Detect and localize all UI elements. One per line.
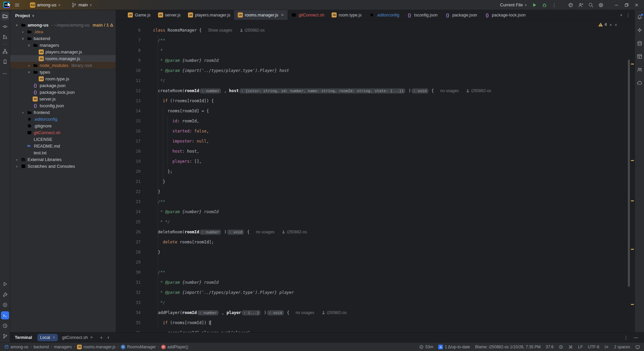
breadcrumb-item-backend[interactable]: backend (34, 345, 49, 349)
tool-button-more-horiz[interactable]: … (1, 68, 9, 76)
status-widget-1[interactable]: Δ1 Δ/up-to-date (438, 345, 470, 349)
usages-hint[interactable]: no usages (256, 230, 274, 234)
tool-button-structure[interactable] (1, 47, 9, 55)
terminal-tab-gitconnect.sh[interactable]: gitConnect.sh✕ (59, 334, 96, 341)
author-hint[interactable]: i250882-os (281, 230, 307, 234)
terminal-tab-local[interactable]: Local✕ (37, 334, 58, 341)
project-widget[interactable]: AU among-us ∨ (28, 1, 63, 9)
editor-scrollbar[interactable] (628, 60, 630, 287)
editor-tab-rooms.manager.js[interactable]: JSrooms.manager.js✕ (234, 10, 288, 20)
breadcrumb-item-rooms.manager.js[interactable]: JSrooms.manager.js (77, 345, 115, 349)
status-widget-pencil-off[interactable] (568, 345, 573, 349)
code-line-22[interactable]: 22 } (116, 187, 635, 197)
code-line-25[interactable]: 25 * */ (116, 217, 635, 227)
code-line-35[interactable]: 35 if (rooms[roomId]) { (116, 318, 635, 328)
prev-warning-button[interactable]: ∧ (609, 23, 612, 27)
tab-list-chevron-icon[interactable]: ∨ (620, 13, 622, 17)
code-line-23[interactable]: 23 /** (116, 197, 635, 207)
tool-button-notifications[interactable] (636, 13, 643, 21)
vcs-widget[interactable]: main ∨ (69, 1, 94, 9)
tree-item-readme.md[interactable]: M↓README.md (10, 143, 116, 149)
author-hint[interactable]: i250882-os (239, 28, 265, 33)
editor-tab-tsconfig.json[interactable]: {}tsconfig.json (403, 10, 441, 20)
chevron-right-icon[interactable]: › (14, 164, 20, 169)
chevron-down-icon[interactable]: ∨ (14, 23, 20, 27)
run-button[interactable] (530, 1, 539, 9)
editor-tab-package.json[interactable]: {}package.json (441, 10, 481, 20)
code-line-20[interactable]: 20 }; (116, 166, 635, 177)
tool-button-database[interactable] (636, 40, 643, 47)
status-widget-53m[interactable]: 53m (419, 345, 433, 349)
code-line-26[interactable]: 26 deleteRoom(roomId: number ): void {no… (116, 227, 635, 237)
tool-button-run-tool[interactable] (1, 280, 9, 288)
code-line-7[interactable]: 7 /** (116, 35, 635, 45)
tree-item-types[interactable]: ∨types (10, 69, 116, 75)
tree-item-node-modules[interactable]: ›node_moduleslibrary root (10, 62, 116, 69)
editor-tab-gitconnect.sh[interactable]: gitConnect.sh (288, 10, 328, 20)
tool-button-commit[interactable] (1, 23, 9, 31)
code-line-12[interactable]: 12 createRoom(roomId: number , host: {co… (116, 86, 635, 96)
editor-tab-room.type.js[interactable]: JSroom.type.js (328, 10, 365, 20)
inspections-widget[interactable]: 4 ∧ ∨ (598, 22, 617, 27)
code-line-10[interactable]: 10 * @param {import('../types/player.typ… (116, 66, 635, 76)
run-config-selector[interactable]: Current File ∨ (498, 1, 529, 9)
breadcrumb-item-roomsmanager[interactable]: CRoomsManager (121, 345, 156, 349)
tool-button-bookmarks[interactable] (1, 58, 9, 66)
tree-item-license[interactable]: LICENSE (10, 136, 116, 143)
code-line-9[interactable]: 9 * @param {number} roomId (116, 55, 635, 66)
code-line-21[interactable]: 21 } (116, 177, 635, 187)
code-line-36[interactable]: 36 rooms[roomId].players.push(player); (116, 328, 635, 332)
search-everywhere-button[interactable] (586, 1, 596, 9)
tool-button-cloud[interactable] (636, 79, 643, 86)
chevron-down-icon[interactable]: ∨ (26, 70, 32, 74)
status-widget-utf8[interactable]: UTF-8 (588, 345, 599, 349)
usages-hint[interactable]: no usages (440, 88, 459, 93)
tree-item-.gitignore[interactable]: .gitignore (10, 122, 116, 129)
tree-item-among-us[interactable]: ∨among-us- ~/repos/among-usmain / 1 Δ (10, 22, 116, 28)
code-with-me-button[interactable] (576, 1, 585, 9)
settings-button[interactable] (596, 1, 606, 9)
code-line-29[interactable]: 29 (116, 257, 635, 267)
tool-button-profiler-tool[interactable] (1, 301, 9, 309)
more-actions-button[interactable]: ⋮ (550, 1, 559, 9)
maximize-button[interactable] (622, 1, 631, 9)
code-line-14[interactable]: 14 rooms[roomId] = { (116, 106, 635, 116)
ai-assistant-button[interactable] (566, 1, 575, 9)
main-menu-button[interactable] (12, 1, 22, 9)
chevron-right-icon[interactable]: › (20, 29, 26, 34)
tab-options-button[interactable]: ⋮ (626, 12, 631, 18)
code-line-30[interactable]: 30 /** (116, 267, 635, 277)
code-line-32[interactable]: 32 * @param {import('../types/player.typ… (116, 287, 635, 298)
chevron-down-icon[interactable]: ∨ (26, 43, 32, 47)
tree-item-test.txt[interactable]: test.txt (10, 149, 116, 156)
close-tab-icon[interactable]: ✕ (52, 336, 55, 339)
code-line-17[interactable]: 17 imposter: null, (116, 136, 635, 146)
code-line-16[interactable]: 16 started: false, (116, 126, 635, 136)
tree-item-.idea[interactable]: ›.idea (10, 28, 116, 35)
status-widget-lf[interactable]: LF (578, 345, 583, 349)
webstorm-logo-icon[interactable]: WS (3, 2, 10, 8)
close-tab-icon[interactable]: ✕ (280, 13, 283, 17)
tree-item-scratches-and-consoles[interactable]: ›Scratches and Consoles (10, 163, 116, 169)
code-line-18[interactable]: 18 host: host, (116, 146, 635, 156)
usages-hint[interactable]: no usages (296, 310, 314, 315)
tool-button-version-control-tool[interactable] (1, 332, 9, 340)
tree-item-gitconnect.sh[interactable]: gitConnect.sh (10, 129, 116, 136)
status-widget-2[interactable]: 2 spaces (614, 345, 630, 349)
tool-button-ui-designer[interactable] (636, 53, 643, 60)
minimize-button[interactable] (612, 1, 621, 9)
tree-item-server.js[interactable]: JSserver.js (10, 95, 116, 102)
tree-item-package.json[interactable]: {}package.json (10, 82, 116, 89)
tree-item-external-libraries[interactable]: ›External Libraries (10, 156, 116, 163)
editor-tab-server.js[interactable]: JSserver.js (154, 10, 185, 20)
status-widget-ai-status[interactable] (559, 345, 563, 349)
editor-tab-players.manager.js[interactable]: JSplayers.manager.js (184, 10, 234, 20)
tree-item-rooms.manager.js[interactable]: JSrooms.manager.js (10, 55, 116, 62)
tree-item-room.type.js[interactable]: JSroom.type.js (10, 75, 116, 82)
code-line-34[interactable]: 34 addPlayer(roomId: number , player: {.… (116, 308, 635, 318)
breadcrumb-item-addplayer--[interactable]: maddPlayer() (161, 345, 188, 349)
status-widget-screen-lock[interactable] (635, 345, 640, 349)
chevron-right-icon[interactable]: › (14, 157, 20, 162)
usages-hint[interactable]: Show usages (208, 28, 232, 33)
debug-button[interactable] (540, 1, 549, 9)
